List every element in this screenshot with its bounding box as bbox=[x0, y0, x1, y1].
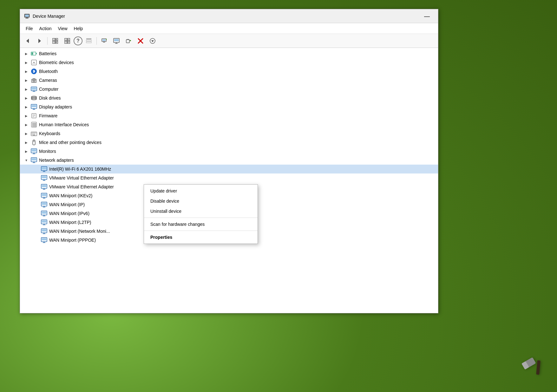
svg-rect-83 bbox=[32, 134, 33, 134]
tree-item-wifi[interactable]: ▶ Intel(R) Wi-Fi 6 AX201 160MHz bbox=[20, 165, 438, 173]
expander-cameras[interactable]: ▶ bbox=[24, 78, 29, 83]
svg-rect-47 bbox=[36, 53, 37, 54]
context-menu-sep-2 bbox=[144, 231, 258, 231]
svg-rect-85 bbox=[34, 134, 35, 134]
mouse-icon bbox=[31, 139, 37, 146]
svg-rect-75 bbox=[32, 126, 33, 127]
svg-point-59 bbox=[33, 97, 35, 97]
context-menu-update-driver[interactable]: Update driver bbox=[144, 186, 258, 196]
expander-monitors[interactable]: ▶ bbox=[24, 149, 29, 154]
svg-marker-5 bbox=[38, 39, 41, 43]
batteries-label: Batteries bbox=[39, 51, 56, 56]
expander-batteries[interactable]: ▶ bbox=[24, 51, 29, 56]
tree-item-bluetooth[interactable]: ▶ Bluetooth bbox=[20, 67, 438, 76]
svg-rect-61 bbox=[32, 105, 36, 107]
collapse-button[interactable] bbox=[62, 36, 73, 46]
svg-rect-80 bbox=[33, 133, 34, 133]
wan-ip-label: WAN Miniport (IP) bbox=[49, 202, 85, 207]
tree-item-biometric[interactable]: ▶ Biometric devices bbox=[20, 58, 438, 67]
menu-file[interactable]: File bbox=[23, 25, 36, 32]
svg-rect-46 bbox=[32, 53, 33, 55]
wan-ikev2-icon bbox=[41, 193, 47, 199]
add-device-button[interactable] bbox=[123, 36, 134, 46]
expander-biometric[interactable]: ▶ bbox=[24, 60, 29, 65]
menu-view[interactable]: View bbox=[55, 25, 70, 32]
expander-hid[interactable]: ▶ bbox=[24, 122, 29, 127]
svg-rect-90 bbox=[32, 149, 36, 152]
title-bar-controls: — bbox=[420, 11, 434, 21]
vmware2-icon bbox=[41, 184, 47, 190]
monitor-button[interactable] bbox=[111, 36, 122, 46]
expander-network[interactable]: ▼ bbox=[24, 158, 29, 163]
scan-hardware-button[interactable] bbox=[147, 36, 158, 46]
svg-rect-84 bbox=[33, 134, 34, 134]
expander-display[interactable]: ▶ bbox=[24, 104, 29, 109]
details-button[interactable] bbox=[83, 36, 95, 46]
context-menu-uninstall-device[interactable]: Uninstall device bbox=[144, 206, 258, 216]
tree-item-mice[interactable]: ▶ Mice and other pointing devices bbox=[20, 138, 438, 147]
minimize-button[interactable]: — bbox=[420, 11, 434, 21]
tree-item-batteries[interactable]: ▶ Batteries bbox=[20, 49, 438, 58]
wan-ip-icon bbox=[41, 201, 47, 208]
svg-rect-82 bbox=[36, 133, 36, 133]
expander-bluetooth[interactable]: ▶ bbox=[24, 69, 29, 74]
expander-mice[interactable]: ▶ bbox=[24, 140, 29, 145]
svg-point-51 bbox=[33, 80, 35, 81]
tree-item-hid[interactable]: ▶ Human Interface Devi bbox=[20, 120, 438, 129]
tree-item-monitors[interactable]: ▶ Monitors bbox=[20, 147, 438, 156]
menu-bar: File Action View Help bbox=[20, 23, 438, 34]
svg-rect-69 bbox=[32, 123, 33, 124]
expander-keyboards[interactable]: ▶ bbox=[24, 131, 29, 136]
tree-item-network[interactable]: ▼ Network adapters bbox=[20, 156, 438, 165]
svg-marker-44 bbox=[151, 40, 154, 42]
wan-pppoe-icon bbox=[41, 237, 47, 243]
tree-item-vmware1[interactable]: ▶ VMware Virtual Ethernet Adapter bbox=[20, 173, 438, 182]
tree-item-disk[interactable]: ▶ Disk drives bbox=[20, 94, 438, 102]
forward-button[interactable] bbox=[34, 36, 45, 46]
wan-l2tp-icon bbox=[41, 219, 47, 225]
display-icon bbox=[31, 104, 37, 110]
context-menu-sep-1 bbox=[144, 218, 258, 218]
wan-ikev2-label: WAN Miniport (IKEv2) bbox=[49, 193, 92, 198]
monitor-icon bbox=[31, 148, 37, 154]
network-icon bbox=[31, 157, 37, 163]
camera-icon bbox=[31, 77, 37, 83]
computer-icon bbox=[31, 86, 37, 92]
svg-rect-76 bbox=[34, 126, 35, 127]
expander-disk[interactable]: ▶ bbox=[24, 95, 29, 101]
svg-rect-26 bbox=[86, 42, 91, 43]
context-menu-properties[interactable]: Properties bbox=[144, 232, 258, 242]
svg-rect-106 bbox=[42, 185, 46, 187]
window-title: Device Manager bbox=[33, 14, 420, 19]
tree-item-firmware[interactable]: ▶ Firmware bbox=[20, 111, 438, 120]
svg-rect-98 bbox=[42, 167, 46, 169]
svg-rect-70 bbox=[34, 123, 35, 124]
expand-button[interactable] bbox=[49, 36, 61, 46]
properties-button[interactable]: ? bbox=[74, 36, 82, 45]
back-button[interactable] bbox=[22, 36, 33, 46]
update-driver-toolbar-button[interactable] bbox=[99, 36, 110, 46]
menu-action[interactable]: Action bbox=[36, 25, 55, 32]
tree-item-cameras[interactable]: ▶ Cameras bbox=[20, 76, 438, 85]
svg-marker-4 bbox=[26, 39, 29, 43]
tree-item-computer[interactable]: ▶ Computer bbox=[20, 85, 438, 94]
expander-computer[interactable]: ▶ bbox=[24, 87, 29, 92]
vmware2-label: VMware Virtual Ethernet Adapter bbox=[49, 184, 114, 189]
biometric-label: Biometric devices bbox=[39, 60, 74, 65]
hid-label: Human Interface Devices bbox=[39, 122, 89, 127]
svg-rect-114 bbox=[42, 203, 46, 205]
wifi-label: Intel(R) Wi-Fi 6 AX201 160MHz bbox=[49, 167, 111, 172]
disk-label: Disk drives bbox=[39, 95, 61, 101]
menu-help[interactable]: Help bbox=[71, 25, 86, 32]
expander-firmware[interactable]: ▶ bbox=[24, 113, 29, 118]
context-menu-scan-hardware[interactable]: Scan for hardware changes bbox=[144, 219, 258, 229]
tree-item-display[interactable]: ▶ Display adapters bbox=[20, 102, 438, 111]
svg-rect-28 bbox=[102, 39, 106, 41]
context-menu-disable-device[interactable]: Disable device bbox=[144, 196, 258, 206]
remove-device-button[interactable] bbox=[135, 36, 146, 46]
svg-rect-74 bbox=[35, 124, 36, 125]
svg-rect-133 bbox=[536, 360, 541, 375]
tree-item-keyboards[interactable]: ▶ Keyboards bbox=[20, 129, 438, 138]
svg-rect-94 bbox=[32, 158, 36, 160]
hammer-icon bbox=[516, 348, 553, 387]
